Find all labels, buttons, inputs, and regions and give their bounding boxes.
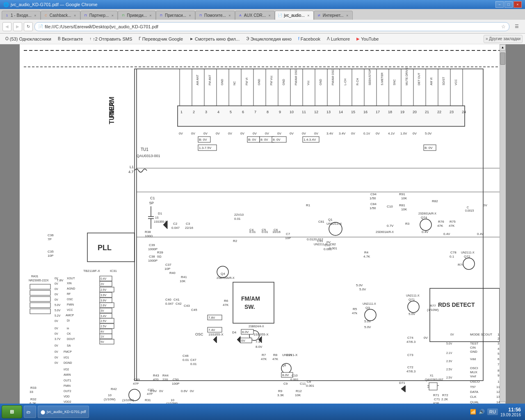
tab-close-6[interactable]: ×: [227, 13, 232, 18]
svg-text:0V: 0V: [55, 277, 58, 280]
svg-text:47P: 47P: [133, 382, 139, 386]
tab-5[interactable]: П Пригласи... ×: [156, 11, 195, 20]
svg-text:R42: R42: [111, 387, 117, 391]
chrome-icon: ⬤: [41, 410, 45, 414]
svg-text:47k: 47k: [352, 311, 358, 315]
tab-close-1[interactable]: ×: [33, 13, 38, 18]
svg-text:3.4V: 3.4V: [326, 132, 333, 135]
bookmark-odnoklassniki[interactable]: О (53) Одноклассники: [2, 35, 54, 43]
svg-text:8: 8: [267, 110, 269, 114]
maximize-button[interactable]: □: [504, 1, 513, 8]
svg-text:15: 15: [351, 110, 355, 114]
svg-text:0V: 0V: [413, 132, 417, 135]
svg-text:FMIN: FMIN: [67, 303, 74, 306]
svg-text:DATA: DATA: [470, 390, 479, 394]
svg-text:FM Vcc: FM Vcc: [270, 75, 273, 85]
svg-text:in: in: [67, 327, 69, 330]
taskbar-explorer[interactable]: 🗁: [24, 406, 36, 418]
svg-text:22/16: 22/16: [185, 226, 194, 230]
tab-4[interactable]: П Приведи... ×: [118, 11, 156, 20]
svg-text:XOUT: XOUT: [67, 277, 75, 280]
bookmark-label-translate: Переводчик Google: [142, 37, 183, 41]
svg-text:C35: C35: [48, 250, 54, 253]
pdf-viewer[interactable]: 1 2 3 4 5 6 7 8 9 10 11 12 13 14 15 16 1…: [0, 44, 525, 408]
bookmark-star-icon[interactable]: ☆: [501, 24, 506, 30]
tab-label-1: 1 - Входя...: [11, 13, 32, 18]
svg-text:C11: C11: [300, 382, 306, 386]
svg-text:R32: R32: [30, 397, 37, 401]
svg-text:C78: C78: [450, 251, 457, 254]
scroll-up-arrow[interactable]: ▲: [500, 44, 506, 50]
language-indicator[interactable]: RU: [487, 409, 498, 415]
svg-text:8: 0V: 8: 0V: [260, 138, 268, 142]
svg-text:Vcc: Vcc: [307, 80, 310, 85]
svg-text:3.4V: 3.4V: [339, 132, 346, 135]
scroll-thumb[interactable]: [500, 52, 505, 65]
svg-text:2.5V: 2.5V: [100, 288, 107, 291]
bookmark-movies[interactable]: ► Смотреть кино фил...: [187, 35, 242, 43]
tab-close-8[interactable]: ×: [306, 13, 311, 18]
tab-1[interactable]: 1 1 - Входя... ×: [2, 11, 41, 20]
bookmarks-more-button[interactable]: » Другие закладки: [484, 35, 523, 43]
svg-text:33: 33: [30, 390, 33, 394]
tab-close-7[interactable]: ×: [267, 13, 272, 18]
svg-text:2V: 2V: [100, 283, 104, 285]
settings-button[interactable]: ☰: [511, 22, 523, 31]
tab-close-3[interactable]: ×: [110, 13, 115, 18]
circuit-diagram: 1 2 3 4 5 6 7 8 9 10 11 12 13 14 15 16 1…: [20, 44, 506, 408]
svg-text:2SB624/4-X: 2SB624/4-X: [249, 325, 264, 328]
svg-text:I/O1: I/O1: [64, 356, 69, 359]
svg-text:Q74: Q74: [421, 216, 427, 219]
back-button[interactable]: ◀: [2, 22, 11, 31]
bookmark-translate[interactable]: Г Переводчик Google: [136, 35, 186, 43]
bookmark-lurkmore[interactable]: Λ Lurkmore: [324, 35, 353, 43]
svg-text:SD/ST: SD/ST: [442, 77, 445, 85]
tab-close-2[interactable]: ×: [73, 13, 78, 18]
start-button[interactable]: ⊞: [2, 405, 22, 418]
svg-text:7.8V: 7.8V: [208, 316, 215, 320]
svg-text:NC: NC: [233, 81, 236, 85]
svg-text:19: 19: [400, 110, 404, 114]
svg-text:C10: C10: [387, 205, 393, 208]
minimize-button[interactable]: −: [495, 1, 504, 8]
svg-text:11: 11: [302, 110, 306, 114]
tab-7[interactable]: A AUX CDR... ×: [235, 11, 275, 20]
window-controls[interactable]: − □ ×: [495, 1, 522, 8]
reload-button[interactable]: ↻: [24, 22, 33, 31]
svg-text:10: 10: [108, 393, 112, 397]
tab-2[interactable]: C Cashback... ×: [41, 11, 80, 20]
tab-8[interactable]: 📄 jvc_audio... ×: [275, 11, 314, 20]
tab-close-9[interactable]: ×: [345, 13, 350, 18]
svg-text:10: 10: [290, 110, 294, 114]
bookmark-vkontakte[interactable]: В Вконтакте: [55, 35, 86, 43]
svg-text:(1/10W): (1/10W): [122, 398, 134, 402]
tab-6[interactable]: П Помогите... ×: [195, 11, 235, 20]
svg-text:0V: 0V: [302, 132, 306, 135]
tab-9[interactable]: И Интернет... ×: [314, 11, 353, 20]
svg-text:5: 5: [230, 110, 232, 114]
bookmark-sms[interactable]: ↑ ↑2 Отправить SMS: [87, 35, 135, 43]
bookmark-facebook[interactable]: f Facebook: [295, 35, 323, 43]
close-button[interactable]: ×: [514, 1, 522, 8]
tab-close-5[interactable]: ×: [187, 13, 192, 18]
bookmark-encyclo[interactable]: Э Энциклопедия кино: [243, 35, 294, 43]
svg-text:UN2111-X: UN2111-X: [406, 294, 420, 297]
tab-close-4[interactable]: ×: [148, 13, 153, 18]
scrollbar[interactable]: ▲ ▼: [500, 44, 506, 408]
bookmark-youtube[interactable]: ▶ YouTube: [354, 35, 381, 43]
svg-text:10/16: 10/16: [272, 230, 281, 234]
svg-text:(1/10W): (1/10W): [427, 308, 439, 312]
svg-text:NRZ0065-222X: NRZ0065-222X: [29, 279, 49, 282]
taskbar-chrome[interactable]: ⬤ jvc_audio_KD-G701.pdf: [38, 406, 89, 418]
svg-text:13: 13: [326, 110, 331, 114]
svg-text:47K: 47K: [272, 357, 278, 361]
tab-3[interactable]: П Партнер... ×: [80, 11, 118, 20]
address-box[interactable]: 📄 file:///C:/Users/Евгений/Desktop/jvc_a…: [34, 22, 509, 31]
svg-text:I/O2: I/O2: [64, 368, 69, 371]
svg-text:CK: CK: [67, 332, 71, 335]
address-bar: ◀ ▶ ↻ 📄 file:///C:/Users/Евгений/Desktop…: [0, 20, 525, 34]
svg-text:C39: C39: [149, 243, 155, 247]
svg-text:0V: 0V: [241, 339, 245, 342]
browser-icon: 🌐: [3, 2, 9, 7]
forward-button[interactable]: ▶: [13, 22, 22, 31]
